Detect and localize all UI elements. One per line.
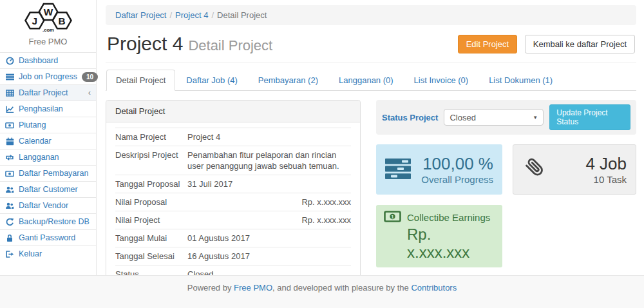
svg-text:J: J xyxy=(32,15,37,26)
sidebar-item-langganan[interactable]: Langganan xyxy=(0,149,96,165)
sidebar-item-ganti-password[interactable]: Ganti Password xyxy=(0,229,96,245)
breadcrumb: Daftar Project/Project 4/Detail Project xyxy=(106,5,636,25)
sidebar-item-daftar-vendor[interactable]: Daftar Vendor xyxy=(0,197,96,213)
progress-text: 100,00 % Overall Progress xyxy=(412,155,493,185)
users-icon xyxy=(5,202,14,210)
sidebar-item-dashboard[interactable]: Dashboard xyxy=(0,52,96,68)
free-pmo-app: W J B .com Free PMO Dashboard Job on Pro… xyxy=(0,0,644,308)
retweet-icon xyxy=(5,153,14,162)
sidebar-item-backup-restore-db[interactable]: Backup/Restore DB xyxy=(0,213,96,229)
calendar-icon xyxy=(5,137,14,146)
project-tabs: Detail Project Daftar Job (4) Pembayaran… xyxy=(106,70,636,91)
tab-pembayaran[interactable]: Pembayaran (2) xyxy=(249,70,328,91)
sidebar-item-job-on-progress[interactable]: Job on Progress 10 xyxy=(0,68,96,84)
paperclip-icon xyxy=(522,155,548,184)
breadcrumb-project-4[interactable]: Project 4 xyxy=(175,10,208,20)
back-to-project-list-button[interactable]: Kembali ke daftar Project xyxy=(525,35,635,53)
footer-text: Powered by xyxy=(187,283,234,293)
panel-title: Detail Project xyxy=(106,101,360,122)
free-pmo-link[interactable]: Free PMO xyxy=(234,283,272,293)
stats-row: 100,00 % Overall Progress xyxy=(376,144,636,195)
collectible-earnings-box: 1 Collectibe Earnings Rp. x.xxx.xxx xyxy=(376,205,502,267)
lock-icon xyxy=(5,234,14,242)
breadcrumb-separator: / xyxy=(208,10,217,20)
jwb-logo: W J B .com xyxy=(0,0,96,35)
svg-text:B: B xyxy=(58,15,65,26)
earnings-caption: Collectibe Earnings xyxy=(407,212,490,223)
sidebar-item-penghasilan[interactable]: Penghasilan xyxy=(0,101,96,117)
brand-name: Free PMO xyxy=(0,37,96,46)
svg-text:1: 1 xyxy=(391,214,394,220)
table-row: Tanggal Mulai 01 Agustus 2017 xyxy=(115,229,351,247)
header-actions: Edit Project Kembali ke daftar Project xyxy=(458,35,635,53)
sidebar-item-keluar[interactable]: Keluar xyxy=(0,245,96,262)
line-chart-icon xyxy=(5,105,14,113)
select-caret-icon: ▼ xyxy=(533,115,538,120)
refresh-icon xyxy=(5,218,14,226)
tasks-icon xyxy=(5,73,14,81)
page-header: Project 4Detail Project Edit Project Kem… xyxy=(106,29,636,63)
job-count-badge: 10 xyxy=(82,72,98,82)
table-row: Deskripsi Project Penambahan fitur pelap… xyxy=(115,146,351,175)
tab-detail-project[interactable]: Detail Project xyxy=(106,70,175,91)
table-row: Nilai Proposal Rp. x.xxx.xxx xyxy=(115,193,351,211)
tab-langganan[interactable]: Langganan (0) xyxy=(329,70,403,91)
breadcrumb-current: Detail Project xyxy=(217,10,267,20)
selected-status: Closed xyxy=(450,113,475,122)
overall-progress-box: 100,00 % Overall Progress xyxy=(376,144,502,195)
job-task-text: 4 Job 10 Task xyxy=(548,155,627,185)
page-subtitle: Detail Project xyxy=(188,37,272,53)
dashboard-icon xyxy=(5,57,14,65)
sidebar: W J B .com Free PMO Dashboard Job on Pro… xyxy=(0,0,97,275)
tab-list-invoice[interactable]: List Invoice (0) xyxy=(404,70,478,91)
contributors-link[interactable]: Contributors xyxy=(411,283,457,293)
update-project-status-button[interactable]: Update Project Status xyxy=(549,104,630,130)
table-icon xyxy=(5,89,14,97)
tasks-big-icon xyxy=(385,158,412,182)
edit-project-button[interactable]: Edit Project xyxy=(458,35,517,53)
job-task-box: 4 Job 10 Task xyxy=(513,144,636,195)
tab-list-dokumen[interactable]: List Dokumen (1) xyxy=(479,70,562,91)
page-title: Project 4Detail Project xyxy=(107,33,272,55)
earnings-header: 1 Collectibe Earnings xyxy=(384,211,495,224)
earnings-value: Rp. x.xxx.xxx xyxy=(407,226,495,262)
status-project-label: Status Project xyxy=(382,113,438,122)
table-row: Tanggal Selesai 16 Agustus 2017 xyxy=(115,247,351,265)
sidebar-item-calendar[interactable]: Calendar xyxy=(0,133,96,149)
jwb-hexagon-logo-icon: W J B .com xyxy=(20,3,77,34)
table-row: Nilai Project Rp. x.xxx.xxx xyxy=(115,211,351,229)
overall-progress-caption: Overall Progress xyxy=(412,174,493,185)
chevron-left-icon: ‹ xyxy=(88,88,92,98)
status-project-form: Status Project Closed ▼ Update Project S… xyxy=(376,100,636,135)
money-big-icon: 1 xyxy=(384,211,401,224)
footer: Powered by Free PMO, and developed with … xyxy=(0,275,644,308)
tab-daftar-job[interactable]: Daftar Job (4) xyxy=(176,70,247,91)
breadcrumb-separator: / xyxy=(166,10,175,20)
sidebar-item-daftar-project[interactable]: Daftar Project ‹ xyxy=(0,84,96,101)
users-icon xyxy=(5,186,14,194)
sign-out-icon xyxy=(5,250,14,258)
task-count-caption: 10 Task xyxy=(548,174,627,185)
sidebar-item-piutang[interactable]: Piutang xyxy=(0,117,96,133)
sidebar-item-daftar-customer[interactable]: Daftar Customer xyxy=(0,181,96,197)
svg-text:.com: .com xyxy=(43,27,54,33)
table-row: Tanggal Proposal 31 Juli 2017 xyxy=(115,175,351,193)
table-row: Nama Project Project 4 xyxy=(115,128,351,146)
overall-progress-value: 100,00 % xyxy=(412,155,493,173)
money-icon xyxy=(5,169,14,178)
job-count-value: 4 Job xyxy=(548,155,627,173)
main-content: Daftar Project/Project 4/Detail Project … xyxy=(97,0,644,308)
breadcrumb-daftar-project[interactable]: Daftar Project xyxy=(115,10,166,20)
svg-text:W: W xyxy=(43,6,53,17)
money-icon xyxy=(5,121,14,130)
sidebar-item-daftar-pembayaran[interactable]: Daftar Pembayaran xyxy=(0,165,96,181)
status-project-select[interactable]: Closed ▼ xyxy=(444,109,544,126)
footer-text: , and developed with pleasure by the xyxy=(272,283,411,293)
